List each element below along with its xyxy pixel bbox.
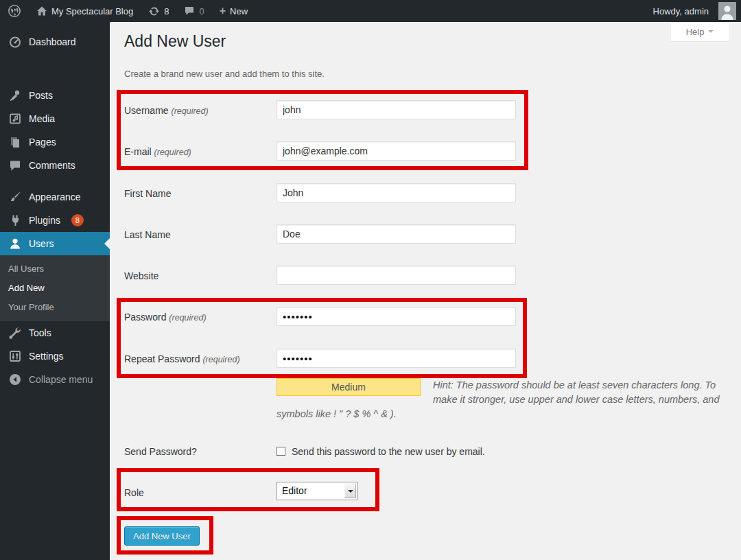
repeat-password-input[interactable] xyxy=(277,349,516,368)
sidebar-item-plugins[interactable]: Plugins 8 xyxy=(0,209,110,232)
role-label: Role xyxy=(124,487,144,498)
last-name-label: Last Name xyxy=(124,229,171,240)
send-password-label: Send Password? xyxy=(124,446,197,457)
role-select-dropdown-button[interactable] xyxy=(344,484,356,498)
sidebar-item-posts[interactable]: Posts xyxy=(0,84,110,107)
submenu-item-your-profile[interactable]: Your Profile xyxy=(0,298,110,317)
collapse-arrow-icon xyxy=(8,373,22,386)
update-count: 8 xyxy=(164,6,169,16)
updates-icon xyxy=(148,5,160,17)
site-name-menu[interactable]: My Spectacular Blog xyxy=(29,0,141,22)
sidebar-item-appearance[interactable]: Appearance xyxy=(0,185,110,209)
paintbrush-icon xyxy=(8,190,22,204)
username-label: Username (required) xyxy=(124,105,209,116)
chevron-down-icon xyxy=(348,490,353,495)
help-button[interactable]: Help xyxy=(671,22,729,42)
password-label-text: Password xyxy=(124,312,166,323)
sidebar-item-label: Dashboard xyxy=(29,36,76,47)
website-label: Website xyxy=(124,270,158,281)
admin-toolbar: My Spectacular Blog 8 0 + New Howdy, adm… xyxy=(0,0,741,22)
plus-icon: + xyxy=(220,5,226,16)
username-label-text: Username xyxy=(124,105,169,116)
media-note-icon xyxy=(8,112,22,126)
wordpress-logo-icon xyxy=(8,4,21,18)
sidebar-item-comments[interactable]: Comments xyxy=(0,154,110,177)
comment-count: 0 xyxy=(199,6,204,16)
wordpress-logo-menu[interactable] xyxy=(0,0,29,22)
website-input[interactable] xyxy=(277,266,516,285)
sidebar-item-pages[interactable]: Pages xyxy=(0,130,110,154)
role-selected-value: Editor xyxy=(282,485,307,496)
password-strength-row: Medium Hint: The password should be at l… xyxy=(277,378,729,421)
help-label: Help xyxy=(686,27,705,37)
user-icon xyxy=(8,237,22,250)
sidebar-item-tools[interactable]: Tools xyxy=(0,321,110,345)
sidebar-item-label: Settings xyxy=(29,351,64,362)
sidebar-item-label: Tools xyxy=(29,327,51,338)
sidebar-item-label: Pages xyxy=(29,137,56,148)
repeat-password-label-text: Repeat Password xyxy=(124,353,200,364)
submenu-item-add-new[interactable]: Add New xyxy=(0,279,110,298)
submenu-item-all-users[interactable]: All Users xyxy=(0,259,110,279)
sidebar-item-label: Plugins xyxy=(29,215,60,226)
send-password-checkbox-label: Send this password to the new user by em… xyxy=(292,446,485,457)
repeat-password-label: Repeat Password (required) xyxy=(124,353,240,364)
pushpin-icon xyxy=(8,89,22,102)
role-select[interactable]: Editor xyxy=(277,482,358,500)
add-new-user-button[interactable]: Add New User xyxy=(124,526,200,546)
toolbar-left-group: My Spectacular Blog 8 0 + New xyxy=(0,0,255,22)
active-menu-arrow xyxy=(99,238,110,249)
sidebar-item-label: Posts xyxy=(29,90,53,101)
page-title: Add New User xyxy=(124,32,226,51)
new-label: New xyxy=(230,6,248,16)
toolbar-right-group: Howdy, admin xyxy=(646,0,741,22)
password-strength-meter: Medium xyxy=(277,378,421,396)
chevron-down-icon xyxy=(708,30,714,36)
site-name-label: My Spectacular Blog xyxy=(51,6,133,16)
sidebar-item-label: Collapse menu xyxy=(29,374,93,385)
page-description: Create a brand new user and add them to … xyxy=(124,69,325,79)
howdy-label: Howdy, admin xyxy=(653,6,709,16)
home-icon xyxy=(36,5,47,16)
sidebar-item-label: Comments xyxy=(29,160,75,171)
password-required-note: (required) xyxy=(169,313,206,323)
repeat-password-required-note: (required) xyxy=(202,355,239,364)
email-required-note: (required) xyxy=(154,148,191,157)
plug-icon xyxy=(8,213,22,227)
users-submenu: All Users Add New Your Profile xyxy=(0,255,110,321)
email-label-text: E-mail xyxy=(124,146,152,157)
password-input[interactable] xyxy=(277,307,516,326)
account-menu[interactable]: Howdy, admin xyxy=(646,0,736,22)
wrench-icon xyxy=(8,326,22,340)
comment-bubble-icon xyxy=(8,159,22,172)
email-label: E-mail (required) xyxy=(124,146,191,157)
updates-menu[interactable]: 8 xyxy=(141,0,176,22)
admin-sidebar: Dashboard Posts Media Pages Comments xyxy=(0,22,110,560)
first-name-input[interactable] xyxy=(277,183,516,202)
sidebar-item-label: Users xyxy=(29,238,54,249)
comment-bubble-icon xyxy=(184,5,195,16)
dashboard-gauge-icon xyxy=(8,35,22,49)
pages-icon xyxy=(8,135,22,149)
avatar xyxy=(718,2,736,20)
plugins-update-badge: 8 xyxy=(71,214,84,226)
comments-menu[interactable]: 0 xyxy=(176,0,211,22)
last-name-input[interactable] xyxy=(277,224,516,244)
sidebar-item-media[interactable]: Media xyxy=(0,107,110,130)
sidebar-item-label: Appearance xyxy=(29,191,81,202)
send-password-checkbox[interactable] xyxy=(277,447,285,456)
sidebar-item-label: Media xyxy=(29,113,55,124)
sidebar-item-collapse-menu[interactable]: Collapse menu xyxy=(0,368,110,391)
sidebar-item-settings[interactable]: Settings xyxy=(0,345,110,368)
sidebar-item-users[interactable]: Users xyxy=(0,232,110,255)
sliders-icon xyxy=(8,349,22,363)
password-label: Password (required) xyxy=(124,312,207,323)
username-required-note: (required) xyxy=(171,106,208,116)
username-input[interactable] xyxy=(277,100,516,119)
first-name-label: First Name xyxy=(124,188,171,199)
new-content-menu[interactable]: + New xyxy=(212,0,255,22)
sidebar-item-dashboard[interactable]: Dashboard xyxy=(0,30,110,54)
email-input[interactable] xyxy=(277,141,516,161)
